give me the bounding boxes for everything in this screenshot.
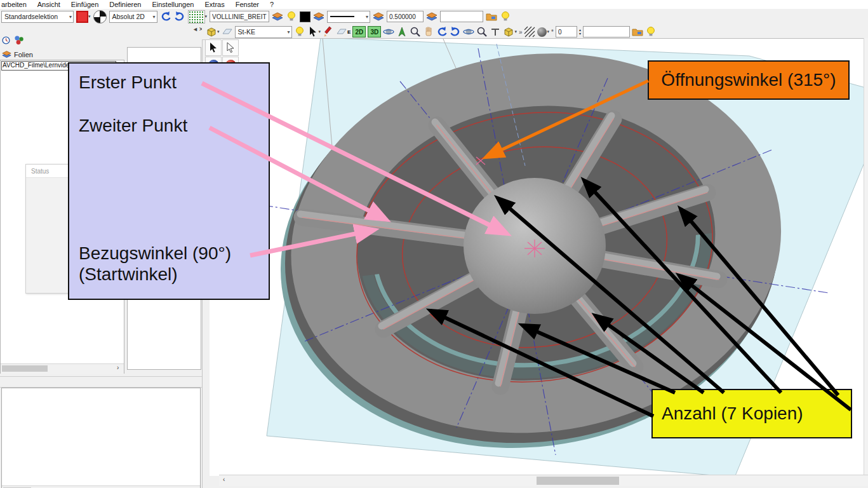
load-view-button[interactable] <box>632 25 643 38</box>
label-reference-angle: Bezugswinkel (90°) <box>79 243 231 264</box>
layers-icon <box>313 11 324 22</box>
rotate-cw-button[interactable] <box>450 25 461 38</box>
sphere-icon <box>537 27 547 37</box>
undo-button[interactable] <box>160 10 171 23</box>
zoom-extents-button[interactable] <box>476 25 488 38</box>
chevron-down-icon: ▾ <box>288 29 290 35</box>
view-3d-button[interactable]: 3D <box>368 26 381 37</box>
width-layer-button[interactable] <box>426 10 437 23</box>
layer-visibility-button[interactable] <box>294 25 305 38</box>
grid-dots-icon <box>188 10 205 24</box>
chevron-down-icon: ▾ <box>547 29 549 34</box>
alt-cursor-button[interactable] <box>222 39 239 56</box>
view-mode-button[interactable]: ▾ <box>206 25 220 38</box>
menubar: arbeiten Ansicht Einfügen Definieren Ein… <box>0 0 868 9</box>
viewport-hscrollbar[interactable]: ‹ <box>219 475 868 486</box>
tee-icon <box>490 26 501 37</box>
coordinate-mode-combo[interactable]: Absolut 2D▾ <box>109 11 157 23</box>
viewport-scroll-left-arrow[interactable]: ‹ <box>223 476 225 483</box>
chevron-down-icon: ▾ <box>205 14 208 19</box>
walk-view-button[interactable] <box>396 25 408 38</box>
menu-einstellungen[interactable]: Einstellungen <box>152 1 194 8</box>
menu-fenster[interactable]: Fenster <box>236 1 259 8</box>
select-cursor-button[interactable] <box>205 39 222 56</box>
star-marker: * <box>551 29 554 36</box>
hand-icon <box>423 26 434 37</box>
orbit-button[interactable] <box>383 25 394 38</box>
chevron-down-icon: ▾ <box>319 29 321 34</box>
menu-ansicht[interactable]: Ansicht <box>37 1 60 8</box>
linetype-field[interactable] <box>210 11 269 22</box>
viewport-hscroll-thumb[interactable] <box>537 477 619 485</box>
toggle-all-button[interactable] <box>500 10 511 23</box>
label-start-angle: (Startwinkel) <box>79 264 178 285</box>
solid-line-icon <box>330 16 354 17</box>
plane-edit-button[interactable]: E <box>336 25 351 38</box>
layer-combo[interactable]: St-KE▾ <box>235 26 292 38</box>
folder-icon <box>486 11 497 22</box>
tree-scroll-right-arrow[interactable]: › <box>117 364 119 371</box>
rotate-cw-icon <box>450 26 461 37</box>
menu-help[interactable]: ? <box>270 1 274 8</box>
zoom-window-button[interactable] <box>410 25 421 38</box>
linetype-layer-button[interactable] <box>272 10 283 23</box>
select-tool-button[interactable]: ▾ <box>307 25 321 38</box>
hatch-button[interactable] <box>524 25 535 38</box>
color-swatch-button[interactable] <box>300 10 310 23</box>
chevron-down-icon: ▾ <box>366 14 368 20</box>
menu-definieren[interactable]: Definieren <box>109 1 141 8</box>
coordinate-origin-button[interactable] <box>93 10 107 23</box>
undo-icon <box>160 11 171 22</box>
menu-einfuegen[interactable]: Einfügen <box>71 1 98 8</box>
projection-button[interactable] <box>490 25 501 38</box>
view-2d-button[interactable]: 2D <box>352 26 366 37</box>
output-hscrollbar[interactable]: › <box>2 485 200 488</box>
linetype-visibility-button[interactable] <box>286 10 297 23</box>
tree-hscroll-thumb[interactable] <box>2 365 48 372</box>
label-first-point: Erster Punkt <box>79 72 177 93</box>
settings-gears-icon[interactable] <box>13 34 25 46</box>
light-button[interactable] <box>645 25 657 38</box>
layers-icon <box>426 11 437 22</box>
menu-bearbeiten[interactable]: arbeiten <box>1 1 27 8</box>
grid-snap-button[interactable]: ▾ <box>188 10 208 23</box>
toolbar-overflow-chevron[interactable]: » <box>519 29 523 36</box>
edit-tool-button[interactable] <box>323 25 334 38</box>
plane-icon <box>222 26 233 37</box>
sidebar-toolbar <box>1 34 25 46</box>
viewport-vscrollbar[interactable] <box>864 38 868 475</box>
orbit-free-button[interactable] <box>463 25 474 38</box>
color-layer-button[interactable] <box>313 10 324 23</box>
panel-pin-button[interactable]: ◄ <box>192 26 198 32</box>
cube-icon <box>503 26 514 37</box>
linestyle-layer-button[interactable] <box>373 10 384 23</box>
folien-tab[interactable]: Folien <box>2 50 33 59</box>
selection-mode-combo[interactable]: Standardselektion▾ <box>1 11 74 23</box>
black-color-swatch <box>300 11 310 22</box>
extra-field[interactable] <box>440 11 483 22</box>
extra-field-2[interactable] <box>583 26 630 37</box>
selection-color-button[interactable]: ▾ <box>76 10 91 23</box>
linestyle-combo[interactable]: ▾ <box>327 11 370 23</box>
application-window: arbeiten Ansicht Einfügen Definieren Ein… <box>0 0 868 488</box>
pan-button[interactable] <box>423 25 434 38</box>
spinner-down-icon[interactable]: ▾ <box>579 32 581 36</box>
layers-icon <box>373 11 384 22</box>
line-width-field[interactable] <box>387 11 424 22</box>
layer-number-spinner[interactable]: ▴▾ <box>579 28 581 36</box>
plane-button[interactable] <box>222 25 233 38</box>
chevron-down-icon: ▾ <box>88 14 91 19</box>
material-sphere-button[interactable]: ▾ <box>537 25 549 38</box>
layer-number-field[interactable] <box>556 26 577 37</box>
tree-hscrollbar[interactable]: › <box>1 363 124 374</box>
load-settings-button[interactable] <box>486 10 497 23</box>
history-clock-icon[interactable] <box>1 36 11 45</box>
layers-icon <box>2 50 11 59</box>
menu-extras[interactable]: Extras <box>204 1 224 8</box>
rotate-ccw-button[interactable] <box>436 25 448 38</box>
lightbulb-icon <box>645 26 657 37</box>
redo-button[interactable] <box>174 10 185 23</box>
annotation-opening-angle: Öffnungswinkel (315°) <box>648 60 850 100</box>
render-mode-button[interactable]: ▾ <box>503 25 517 38</box>
magnifier-icon <box>410 26 421 37</box>
